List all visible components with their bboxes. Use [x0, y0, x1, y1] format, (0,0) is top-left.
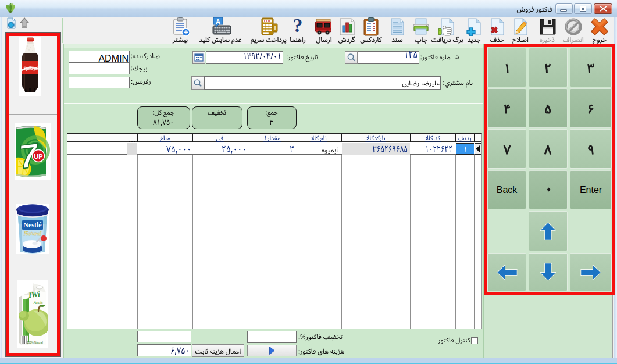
svg-text:?: ? — [293, 17, 303, 36]
svg-text:100% Natural: 100% Natural — [27, 341, 42, 344]
svg-text:Apple: Apple — [33, 300, 43, 305]
svg-text:Nestlé: Nestlé — [23, 221, 42, 229]
svg-text:IWi: IWi — [27, 290, 41, 299]
svg-text:UP: UP — [34, 153, 42, 160]
svg-text:Natural: Natural — [23, 231, 42, 237]
svg-text:A: A — [216, 18, 220, 25]
